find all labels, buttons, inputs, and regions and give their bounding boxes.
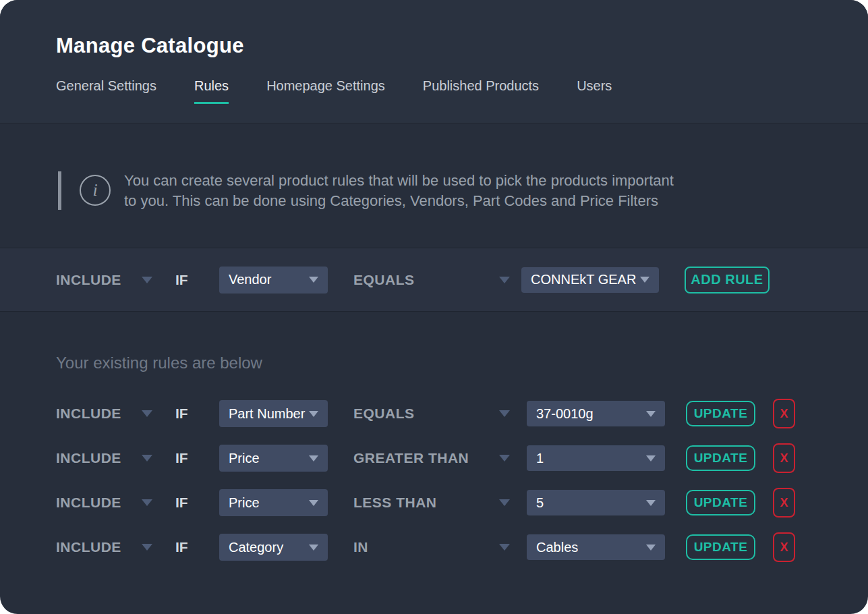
value-dropdown[interactable]: 37-0010g bbox=[527, 401, 665, 426]
field-dropdown[interactable]: Category bbox=[219, 534, 328, 561]
include-dropdown[interactable]: INCLUDE bbox=[56, 272, 152, 288]
tab-general-settings[interactable]: General Settings bbox=[56, 78, 156, 104]
operator-label: EQUALS bbox=[353, 406, 415, 422]
chevron-down-icon bbox=[309, 500, 318, 506]
info-text-line1: You can create several product rules tha… bbox=[124, 171, 674, 191]
value-dropdown-value: 1 bbox=[536, 451, 544, 466]
include-label: INCLUDE bbox=[56, 272, 121, 288]
value-dropdown[interactable]: 5 bbox=[527, 490, 665, 515]
info-icon: i bbox=[80, 175, 111, 206]
chevron-down-icon bbox=[499, 277, 510, 283]
update-rule-button[interactable]: UPDATE bbox=[686, 445, 755, 471]
operator-dropdown[interactable]: EQUALS bbox=[353, 406, 510, 422]
value-dropdown[interactable]: 1 bbox=[527, 445, 665, 471]
value-dropdown[interactable]: Cables bbox=[527, 534, 665, 560]
chevron-down-icon bbox=[499, 455, 510, 462]
chevron-down-icon bbox=[142, 277, 152, 283]
chevron-down-icon bbox=[142, 544, 152, 551]
field-dropdown[interactable]: Part Number bbox=[219, 400, 328, 427]
chevron-down-icon bbox=[142, 410, 152, 417]
field-dropdown-value: Vendor bbox=[229, 272, 271, 287]
rule-builder-row: INCLUDE IF Vendor EQUALS CONNEkT GEAR AD… bbox=[0, 248, 868, 312]
info-accent-bar bbox=[58, 171, 61, 210]
tab-published-products[interactable]: Published Products bbox=[423, 78, 539, 104]
rule-row: INCLUDE IF Price GREATER THAN 1 UPDATE bbox=[56, 436, 868, 480]
tab-users[interactable]: Users bbox=[577, 78, 612, 104]
info-section: i You can create several product rules t… bbox=[0, 123, 868, 248]
include-label: INCLUDE bbox=[56, 539, 121, 555]
info-text: You can create several product rules tha… bbox=[124, 171, 674, 211]
operator-label: GREATER THAN bbox=[353, 450, 469, 466]
chevron-down-icon bbox=[499, 544, 510, 551]
header: Manage Catalogue General Settings Rules … bbox=[0, 0, 868, 123]
if-label: IF bbox=[175, 272, 193, 288]
field-dropdown[interactable]: Price bbox=[219, 445, 328, 472]
field-dropdown-value: Category bbox=[229, 540, 283, 555]
operator-dropdown[interactable]: GREATER THAN bbox=[353, 450, 510, 466]
delete-rule-button[interactable]: X bbox=[773, 532, 795, 562]
rule-row: INCLUDE IF Part Number EQUALS 37-0010g U… bbox=[56, 391, 868, 436]
chevron-down-icon bbox=[646, 455, 656, 462]
existing-rules-heading: Your existing rules are below bbox=[56, 312, 868, 372]
rule-row: INCLUDE IF Category IN Cables UPDATE X bbox=[56, 525, 868, 569]
page-title: Manage Catalogue bbox=[56, 0, 868, 58]
tab-rules[interactable]: Rules bbox=[194, 78, 229, 104]
update-rule-button[interactable]: UPDATE bbox=[686, 490, 755, 515]
field-dropdown-value: Price bbox=[229, 451, 260, 466]
rules-list: INCLUDE IF Part Number EQUALS 37-0010g U… bbox=[56, 391, 868, 569]
value-dropdown-value: CONNEkT GEAR bbox=[531, 272, 636, 287]
info-text-line2: to you. This can be done using Categorie… bbox=[124, 191, 674, 211]
chevron-down-icon bbox=[309, 277, 318, 283]
operator-label: LESS THAN bbox=[353, 495, 437, 511]
manage-catalogue-panel: Manage Catalogue General Settings Rules … bbox=[0, 0, 868, 614]
chevron-down-icon bbox=[142, 499, 152, 506]
operator-label: EQUALS bbox=[353, 272, 415, 288]
info-block: i You can create several product rules t… bbox=[0, 123, 868, 211]
delete-rule-button[interactable]: X bbox=[773, 488, 795, 518]
chevron-down-icon bbox=[142, 455, 152, 462]
chevron-down-icon bbox=[646, 500, 656, 506]
value-dropdown-value: Cables bbox=[536, 540, 578, 555]
if-label: IF bbox=[175, 406, 193, 422]
field-dropdown-value: Part Number bbox=[229, 406, 305, 422]
rule-row: INCLUDE IF Price LESS THAN 5 UPDATE X bbox=[56, 480, 868, 525]
delete-rule-button[interactable]: X bbox=[773, 443, 795, 473]
include-dropdown[interactable]: INCLUDE bbox=[56, 450, 152, 466]
existing-rules-section: Your existing rules are below INCLUDE IF… bbox=[0, 312, 868, 569]
tab-homepage-settings[interactable]: Homepage Settings bbox=[266, 78, 385, 104]
include-dropdown[interactable]: INCLUDE bbox=[56, 406, 152, 422]
chevron-down-icon bbox=[499, 410, 510, 417]
operator-label: IN bbox=[353, 539, 368, 555]
update-rule-button[interactable]: UPDATE bbox=[686, 401, 755, 426]
value-dropdown-value: 37-0010g bbox=[536, 406, 594, 422]
include-label: INCLUDE bbox=[56, 495, 121, 511]
chevron-down-icon bbox=[646, 411, 656, 417]
include-label: INCLUDE bbox=[56, 450, 121, 466]
operator-dropdown[interactable]: LESS THAN bbox=[353, 495, 510, 511]
chevron-down-icon bbox=[499, 499, 510, 506]
if-label: IF bbox=[175, 495, 193, 511]
delete-rule-button[interactable]: X bbox=[773, 399, 795, 428]
value-dropdown-value: 5 bbox=[536, 495, 544, 511]
include-dropdown[interactable]: INCLUDE bbox=[56, 539, 152, 555]
include-dropdown[interactable]: INCLUDE bbox=[56, 495, 152, 511]
operator-dropdown[interactable]: EQUALS bbox=[353, 272, 510, 288]
field-dropdown-value: Price bbox=[229, 495, 260, 511]
chevron-down-icon bbox=[309, 411, 318, 417]
tab-bar: General Settings Rules Homepage Settings… bbox=[56, 78, 868, 104]
if-label: IF bbox=[175, 539, 193, 555]
operator-dropdown[interactable]: IN bbox=[353, 539, 510, 555]
value-dropdown[interactable]: CONNEkT GEAR bbox=[521, 267, 659, 293]
chevron-down-icon bbox=[640, 277, 649, 283]
include-label: INCLUDE bbox=[56, 406, 121, 422]
chevron-down-icon bbox=[309, 545, 318, 551]
field-dropdown[interactable]: Price bbox=[219, 489, 328, 516]
field-dropdown[interactable]: Vendor bbox=[219, 267, 328, 294]
update-rule-button[interactable]: UPDATE bbox=[686, 534, 755, 560]
chevron-down-icon bbox=[646, 545, 656, 551]
if-label: IF bbox=[175, 450, 193, 466]
add-rule-button[interactable]: ADD RULE bbox=[685, 267, 770, 294]
chevron-down-icon bbox=[309, 455, 318, 462]
